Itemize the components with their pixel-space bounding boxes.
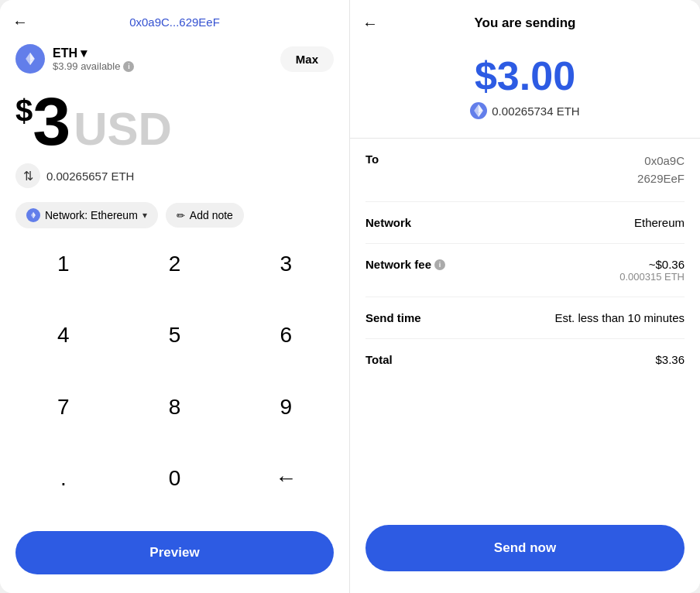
options-row: Network: Ethereum ▾ ✏ Add note	[0, 193, 349, 238]
eth-icon	[15, 44, 45, 74]
total-row: Total $3.36	[365, 339, 685, 380]
conversion-row: ⇅ 0.00265657 ETH	[0, 159, 349, 193]
send-now-button[interactable]: Send now	[365, 525, 685, 571]
send-eth-icon	[470, 102, 487, 119]
svg-marker-8	[474, 105, 479, 114]
swap-icon-button[interactable]: ⇅	[15, 163, 40, 188]
fee-label-row: Network fee i	[365, 258, 445, 271]
total-label: Total	[365, 353, 393, 366]
network-chevron-icon: ▾	[142, 210, 147, 221]
numpad-key-1[interactable]: 1	[8, 238, 119, 290]
preview-button[interactable]: Preview	[15, 531, 334, 574]
max-button[interactable]: Max	[280, 46, 334, 72]
numpad-key-7[interactable]: 7	[8, 381, 119, 434]
numpad-key-dot[interactable]: .	[8, 452, 119, 505]
dollar-sign: $	[15, 94, 33, 129]
balance-info-icon[interactable]: i	[123, 61, 134, 72]
token-row: ETH ▾ $3.99 available i Max	[0, 38, 349, 80]
left-header: ← 0x0a9C...629EeF	[0, 0, 349, 38]
right-panel: ← You are sending $3.00 0.00265734 ETH	[350, 0, 700, 593]
amount-currency: USD	[74, 106, 172, 153]
right-header: ← You are sending	[350, 0, 700, 40]
numpad-key-2[interactable]: 2	[119, 238, 231, 290]
token-balance: $3.99 available i	[53, 60, 134, 72]
pencil-icon: ✏	[177, 210, 185, 221]
back-button-left[interactable]: ←	[12, 13, 28, 31]
numpad: 123456789.0←	[0, 238, 349, 523]
fee-eth: 0.000315 ETH	[619, 271, 685, 283]
svg-marker-9	[479, 105, 483, 114]
network-button[interactable]: Network: Ethereum ▾	[15, 202, 158, 228]
conversion-text: 0.00265657 ETH	[46, 170, 134, 183]
token-info: ETH ▾ $3.99 available i	[15, 44, 134, 74]
network-label: Network: Ethereum	[45, 209, 138, 221]
back-button-right[interactable]: ←	[362, 15, 378, 33]
fee-info-icon[interactable]: i	[434, 259, 445, 270]
amount-display: $ 3 USD	[0, 80, 349, 159]
token-text: ETH ▾ $3.99 available i	[53, 46, 134, 72]
network-detail-label: Network	[365, 216, 411, 229]
numpad-key-3[interactable]: 3	[230, 238, 341, 290]
sending-title: You are sending	[475, 15, 576, 31]
send-dollar-amount: $3.00	[475, 56, 575, 96]
amount-number: 3	[33, 87, 70, 156]
fee-row: Network fee i ~$0.36 0.000315 ETH	[365, 244, 685, 297]
total-value: $3.36	[655, 353, 685, 366]
to-row: To 0x0a9C 2629EeF	[365, 139, 685, 202]
time-value: Est. less than 10 minutes	[554, 311, 685, 324]
add-note-label: Add note	[190, 209, 233, 221]
svg-marker-5	[33, 212, 36, 217]
address-label: 0x0a9C...629EeF	[129, 15, 220, 29]
network-eth-icon	[26, 208, 40, 222]
numpad-key-9[interactable]: 9	[230, 381, 341, 434]
numpad-key-0[interactable]: 0	[119, 452, 231, 505]
left-panel: ← 0x0a9C...629EeF ETH ▾	[0, 0, 350, 593]
time-row: Send time Est. less than 10 minutes	[365, 297, 685, 339]
svg-marker-0	[26, 53, 30, 62]
network-row: Network Ethereum	[365, 202, 685, 244]
svg-marker-4	[31, 212, 33, 217]
fee-value: ~$0.36 0.000315 ETH	[619, 258, 685, 283]
to-address: 0x0a9C 2629EeF	[637, 153, 685, 187]
send-amount-section: $3.00 0.00265734 ETH	[350, 40, 700, 139]
fee-usd: ~$0.36	[649, 258, 685, 271]
time-label: Send time	[365, 311, 421, 324]
token-name[interactable]: ETH ▾	[53, 46, 134, 60]
numpad-key-6[interactable]: 6	[230, 309, 341, 362]
send-eth-text: 0.00265734 ETH	[492, 105, 579, 118]
details-section: To 0x0a9C 2629EeF Network Ethereum Netwo…	[350, 139, 700, 517]
token-dropdown-icon: ▾	[81, 46, 87, 60]
add-note-button[interactable]: ✏ Add note	[166, 203, 244, 228]
numpad-key-4[interactable]: 4	[8, 309, 119, 362]
numpad-key-backspace[interactable]: ←	[230, 452, 341, 505]
network-detail-value: Ethereum	[634, 216, 685, 229]
svg-marker-1	[30, 53, 35, 62]
numpad-key-5[interactable]: 5	[119, 309, 231, 362]
to-label: To	[365, 153, 379, 166]
send-eth-row: 0.00265734 ETH	[470, 102, 579, 119]
fee-label: Network fee	[365, 258, 431, 271]
numpad-key-8[interactable]: 8	[119, 381, 231, 434]
